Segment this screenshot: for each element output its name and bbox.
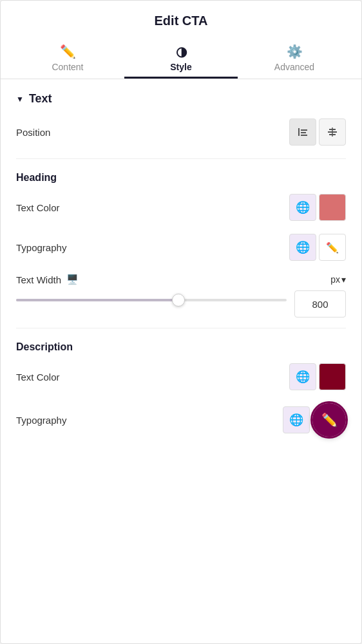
text-width-label-text: Text Width xyxy=(16,274,61,285)
heading-typography-label: Typography xyxy=(16,242,66,253)
heading-typography-row: Typography 🌐 ✏️ xyxy=(16,234,346,261)
edit-panel: Edit CTA ✏️ Content ◑ Style ⚙️ Advanced … xyxy=(0,0,362,644)
desc-text-color-row: Text Color 🌐 xyxy=(16,363,346,390)
desc-typography-controls: 🌐 ✏️ xyxy=(283,403,346,437)
heading-text-color-controls: 🌐 xyxy=(289,194,346,221)
tab-content[interactable]: ✏️ Content xyxy=(11,39,124,79)
collapse-arrow-icon[interactable]: ▼ xyxy=(16,95,24,104)
desc-text-color-controls: 🌐 xyxy=(289,363,346,390)
heading-typography-global-btn[interactable]: 🌐 xyxy=(289,234,316,261)
slider-fill xyxy=(16,299,178,301)
heading-text-color-row: Text Color 🌐 xyxy=(16,194,346,221)
heading-typography-edit-btn[interactable]: ✏️ xyxy=(319,234,346,261)
globe-icon-heading-color: 🌐 xyxy=(296,200,310,214)
heading-subsection-title: Heading xyxy=(16,172,346,184)
heading-text-color-label: Text Color xyxy=(16,202,60,213)
panel-header: Edit CTA ✏️ Content ◑ Style ⚙️ Advanced xyxy=(1,1,361,79)
svg-rect-1 xyxy=(301,129,307,131)
position-center-btn[interactable] xyxy=(319,118,346,146)
desc-typography-row: Typography 🌐 ✏️ xyxy=(16,403,346,437)
tab-advanced[interactable]: ⚙️ Advanced xyxy=(238,39,351,79)
desc-text-color-label: Text Color xyxy=(16,372,60,383)
tab-style-label: Style xyxy=(170,62,191,72)
text-section-header: ▼ Text xyxy=(16,92,346,106)
globe-icon-desc-color: 🌐 xyxy=(296,370,310,384)
advanced-icon: ⚙️ xyxy=(287,45,303,58)
slider-track xyxy=(16,299,287,301)
text-width-input[interactable]: 800 xyxy=(294,290,346,317)
heading-color-global-btn[interactable]: 🌐 xyxy=(289,194,316,221)
desc-color-swatch[interactable] xyxy=(319,363,346,390)
panel-content: ▼ Text Position xyxy=(1,79,361,643)
pencil-icon-desc-typography: ✏️ xyxy=(321,412,338,428)
tab-style[interactable]: ◑ Style xyxy=(124,39,238,79)
text-width-label: Text Width 🖥️ xyxy=(16,274,79,285)
heading-color-swatch[interactable] xyxy=(319,194,346,221)
globe-icon-desc-typography: 🌐 xyxy=(289,413,303,427)
divider-1 xyxy=(16,158,346,159)
content-icon: ✏️ xyxy=(60,45,76,58)
monitor-icon: 🖥️ xyxy=(66,274,79,285)
globe-icon-heading-typography: 🌐 xyxy=(296,240,310,254)
svg-rect-0 xyxy=(298,128,300,136)
text-width-slider-container: 800 xyxy=(16,290,346,317)
chevron-down-icon: ▾ xyxy=(341,274,346,285)
position-row: Position xyxy=(16,118,346,146)
svg-rect-3 xyxy=(301,135,307,136)
position-align-left-btn[interactable] xyxy=(289,118,316,146)
floating-pencil-container: ✏️ xyxy=(312,403,346,437)
svg-rect-2 xyxy=(301,132,306,133)
desc-typography-edit-btn[interactable]: ✏️ xyxy=(312,403,346,437)
panel-title: Edit CTA xyxy=(11,14,351,28)
px-dropdown[interactable]: px ▾ xyxy=(330,274,346,285)
pencil-icon-heading-typography: ✏️ xyxy=(326,242,339,254)
desc-typography-global-btn[interactable]: 🌐 xyxy=(283,406,310,433)
tabs-container: ✏️ Content ◑ Style ⚙️ Advanced xyxy=(11,39,351,79)
desc-color-global-btn[interactable]: 🌐 xyxy=(289,363,316,390)
position-controls xyxy=(289,118,346,146)
tab-advanced-label: Advanced xyxy=(274,62,314,72)
position-label: Position xyxy=(16,127,50,138)
heading-typography-controls: 🌐 ✏️ xyxy=(289,234,346,261)
description-subsection-title: Description xyxy=(16,341,346,353)
px-unit-label: px xyxy=(330,274,340,285)
style-icon: ◑ xyxy=(176,45,187,58)
text-section-title: Text xyxy=(29,92,52,106)
desc-typography-label: Typography xyxy=(16,415,66,426)
slider-thumb[interactable] xyxy=(172,294,185,307)
divider-2 xyxy=(16,328,346,328)
text-width-header-row: Text Width 🖥️ px ▾ xyxy=(16,274,346,285)
tab-content-label: Content xyxy=(52,62,83,72)
